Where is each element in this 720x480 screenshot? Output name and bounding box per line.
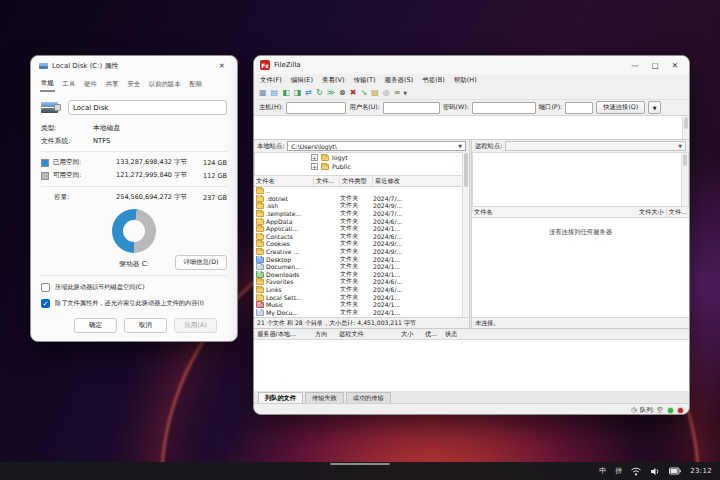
queue-tabs: 列队的文件传输失败成功的传输 xyxy=(254,391,689,403)
local-file-list[interactable]: .. .dotnet 文件夹 2024/7/... xyxy=(254,187,469,317)
checkbox-icon[interactable] xyxy=(41,283,50,292)
details-button[interactable]: 详细信息(D) xyxy=(175,255,227,270)
folder-icon xyxy=(256,188,264,194)
reconnect-icon[interactable]: ↘ xyxy=(360,88,367,98)
checkbox-icon[interactable] xyxy=(41,299,50,308)
column-server-local[interactable]: 服务器/本地... xyxy=(257,330,315,339)
quickconnect-dropdown-icon[interactable]: ▼ xyxy=(648,101,661,114)
expand-icon[interactable] xyxy=(311,154,318,161)
ok-button[interactable]: 确定 xyxy=(74,318,117,333)
checkbox-row[interactable]: 除了文件属性外，还允许索引此驱动器上文件的内容(I) xyxy=(41,299,227,308)
logview-toggle-icon[interactable]: ▤ xyxy=(271,88,279,98)
filezilla-titlebar[interactable]: Fz FileZilla — □ ✕ xyxy=(254,56,689,74)
host-label: 主机(H): xyxy=(259,103,283,112)
battery-icon[interactable] xyxy=(669,467,681,475)
column-remote-file[interactable]: 远程文件 xyxy=(339,330,401,339)
column-status[interactable]: 状态 xyxy=(445,330,457,339)
checkbox-label: 压缩此驱动器以节约磁盘空间(C) xyxy=(55,283,145,291)
host-input[interactable] xyxy=(286,102,346,114)
column-filename[interactable]: 文件名 xyxy=(254,176,314,186)
dialog-tab[interactable]: 安全 xyxy=(126,78,141,91)
column-modified[interactable]: 最近修改 xyxy=(373,176,469,186)
dialog-tab[interactable]: 配额 xyxy=(188,78,203,91)
port-label: 端口(P): xyxy=(539,103,562,112)
refresh-icon[interactable]: ↻ xyxy=(316,88,323,98)
local-list-scrollbar[interactable] xyxy=(462,152,469,317)
queue-tab[interactable]: 列队的文件 xyxy=(258,392,303,403)
volume-icon[interactable] xyxy=(650,467,660,476)
maximize-icon[interactable]: □ xyxy=(647,61,663,70)
message-log xyxy=(254,116,689,140)
remote-tree-scrollbar[interactable] xyxy=(681,153,688,206)
remote-status-bar: 未连接。 xyxy=(472,317,689,328)
wifi-icon[interactable] xyxy=(631,467,641,476)
site-manager-dropdown-icon[interactable]: ▼ xyxy=(403,90,407,96)
quickconnect-button[interactable]: 快速连接(Q) xyxy=(596,101,645,114)
dialog-tab[interactable]: 工具 xyxy=(62,78,77,91)
message-log-scrollbar[interactable] xyxy=(682,116,689,139)
process-queue-icon[interactable]: ≫ xyxy=(327,88,335,98)
menu-item[interactable]: 查看(V) xyxy=(322,76,345,85)
local-site-combo[interactable]: C:\Users\logyt\ ▼ xyxy=(287,141,466,151)
dialog-tab[interactable]: 以前的版本 xyxy=(148,78,181,91)
column-size[interactable]: 大小 xyxy=(401,330,425,339)
compare-icon[interactable]: ▤ xyxy=(371,88,379,98)
menu-item[interactable]: 服务器(S) xyxy=(385,76,414,85)
menu-item[interactable]: 书签(B) xyxy=(422,76,445,85)
tree-item[interactable]: logyt xyxy=(311,153,468,162)
folder-icon xyxy=(256,219,264,225)
column-direction[interactable]: 方向 xyxy=(315,330,339,339)
column-filesize[interactable]: 文件... xyxy=(314,176,340,186)
disconnect-icon[interactable]: ✖ xyxy=(350,88,357,98)
minimize-icon[interactable]: — xyxy=(627,61,643,70)
username-input[interactable] xyxy=(383,102,440,114)
queue-tab[interactable]: 成功的传输 xyxy=(346,392,391,403)
file-row[interactable]: My Docu... 文件夹 2024/1... xyxy=(254,309,469,317)
menu-item[interactable]: 文件(F) xyxy=(260,76,282,85)
port-input[interactable] xyxy=(565,102,593,114)
column-filesize[interactable]: 文件大小 xyxy=(637,207,667,217)
dialog-tab[interactable]: 常规 xyxy=(40,77,55,92)
used-space-bytes: 133,287,698,432 字节 xyxy=(103,158,187,167)
disk-usage-donut xyxy=(112,209,156,253)
column-filetype[interactable]: 文件类型 xyxy=(340,176,373,186)
tree-item[interactable]: Public xyxy=(311,162,468,171)
column-filename[interactable]: 文件名 xyxy=(472,207,637,217)
site-manager-icon[interactable]: ▦ xyxy=(259,88,267,98)
find-icon[interactable]: ∞ xyxy=(394,88,401,98)
menu-item[interactable]: 帮助(H) xyxy=(454,76,477,85)
transfer-queue-list xyxy=(254,339,689,391)
checkbox-row[interactable]: 压缩此驱动器以节约磁盘空间(C) xyxy=(41,283,227,292)
dialog-tab[interactable]: 硬件 xyxy=(83,78,98,91)
ime-language-button[interactable]: 中 xyxy=(599,466,606,476)
sync-browse-icon[interactable]: ◎ xyxy=(383,88,390,98)
volume-label-input[interactable] xyxy=(68,100,227,115)
used-space-label: 已用空间: xyxy=(53,158,99,167)
clock[interactable]: 23:12 xyxy=(690,467,712,475)
ime-mode-button[interactable]: 拼 xyxy=(615,466,622,476)
remote-tree-toggle-icon[interactable]: ◨ xyxy=(294,88,302,98)
dialog-tab[interactable]: 共享 xyxy=(105,78,120,91)
menu-item[interactable]: 传输(T) xyxy=(354,76,376,85)
column-filetype[interactable]: 文件... xyxy=(667,207,689,217)
queue-toggle-icon[interactable]: ⇄ xyxy=(305,88,312,98)
chevron-down-icon[interactable]: ▼ xyxy=(458,143,462,149)
local-directory-tree[interactable]: logyt Public xyxy=(254,152,469,176)
free-space-label: 可用空间: xyxy=(53,171,99,180)
cancel-button[interactable]: 取消 xyxy=(124,318,167,333)
cancel-icon[interactable]: ⊗ xyxy=(339,88,346,98)
local-tree-toggle-icon[interactable]: ◧ xyxy=(282,88,290,98)
chevron-down-icon: ▼ xyxy=(678,143,682,149)
close-icon[interactable]: ✕ xyxy=(215,62,229,70)
desktop: Local Disk (C:) 属性 ✕ 常规工具硬件共享安全以前的版本配额 类… xyxy=(0,0,720,480)
taskbar[interactable]: 中 拼 23:12 xyxy=(0,462,720,480)
used-space-size: 124 GB xyxy=(191,159,227,167)
queue-clock-icon: ◷ xyxy=(631,406,637,414)
expand-icon[interactable] xyxy=(311,163,318,170)
password-input[interactable] xyxy=(472,102,536,114)
close-icon[interactable]: ✕ xyxy=(667,61,683,70)
dialog-titlebar[interactable]: Local Disk (C:) 属性 ✕ xyxy=(31,56,237,76)
menu-item[interactable]: 编辑(E) xyxy=(291,76,313,85)
column-priority[interactable]: 优... xyxy=(425,330,445,339)
queue-tab[interactable]: 传输失败 xyxy=(305,392,344,403)
